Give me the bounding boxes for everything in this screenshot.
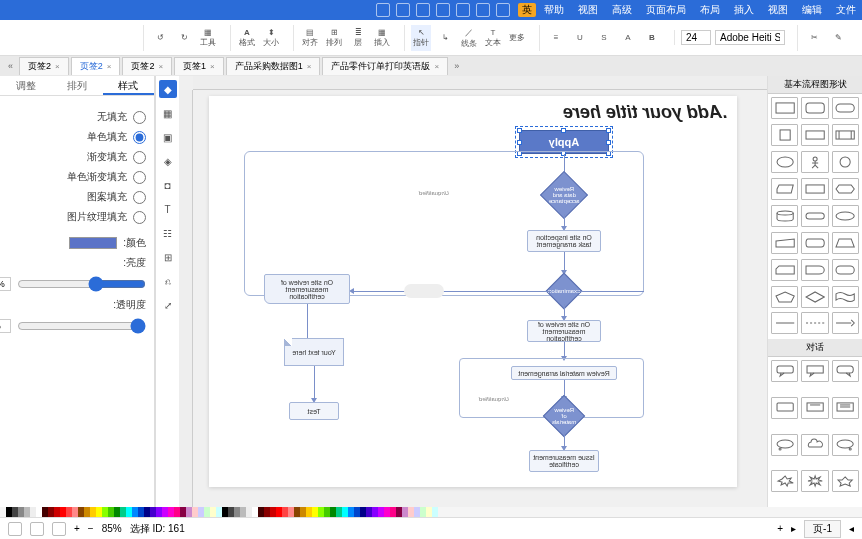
tools-button[interactable]: ▦工具 [198, 25, 218, 51]
rail-expand-icon[interactable]: ⤢ [159, 296, 177, 314]
shape-dashline[interactable] [801, 312, 828, 334]
fill-option-picture[interactable]: 图片纹理填充 [8, 210, 146, 224]
node-test[interactable]: Test [289, 402, 339, 420]
rail-layers-icon[interactable]: ◈ [159, 152, 177, 170]
shape-trapezoid[interactable] [832, 232, 859, 254]
shape-hex[interactable] [832, 178, 859, 200]
shape-roundrect[interactable] [801, 97, 828, 119]
connector[interactable] [577, 291, 644, 292]
close-icon[interactable]: × [307, 62, 312, 71]
tabs-collapse-icon[interactable]: » [4, 61, 17, 71]
underline-button[interactable]: U [570, 25, 590, 51]
grid-icon[interactable] [8, 522, 22, 536]
node-issue-cert[interactable]: Issue measurement certificate [529, 450, 599, 472]
bold-button[interactable]: B [642, 25, 662, 51]
fill-option-none[interactable]: 无填充 [8, 110, 146, 124]
shape-database[interactable] [771, 205, 798, 227]
close-icon[interactable]: × [107, 62, 112, 71]
eyedropper-icon[interactable]: ✎ [828, 25, 848, 51]
line-tool[interactable]: ／线条 [459, 25, 479, 51]
shape-callout[interactable] [771, 360, 798, 382]
zoom-level[interactable]: 85% [102, 523, 122, 534]
win-icon[interactable] [456, 3, 470, 17]
shape-circle[interactable] [832, 151, 859, 173]
shape-manual[interactable] [771, 232, 798, 254]
insert-button[interactable]: ▦插入 [372, 25, 392, 51]
undo-button[interactable]: ↺ [150, 25, 170, 51]
win-icon[interactable] [476, 3, 490, 17]
fill-option-solid[interactable]: 单色填充 [8, 130, 146, 144]
page-nav-next[interactable]: ▸ [791, 523, 796, 534]
menu-insert[interactable]: 插入 [734, 3, 754, 17]
shape-decision[interactable] [771, 178, 798, 200]
win-icon[interactable] [376, 3, 390, 17]
shape-rect2[interactable] [801, 124, 828, 146]
shape-process[interactable] [801, 178, 828, 200]
shape-tape[interactable] [832, 286, 859, 308]
shape-predefined[interactable] [832, 124, 859, 146]
rail-image-icon[interactable]: ▣ [159, 128, 177, 146]
connector[interactable] [314, 366, 315, 400]
shape-terminator2[interactable] [801, 205, 828, 227]
strike-button[interactable]: S [594, 25, 614, 51]
palette-swatch[interactable] [432, 507, 438, 517]
shape-display[interactable] [801, 232, 828, 254]
shape-section-header2[interactable]: 对话 [768, 339, 862, 357]
shape-card[interactable] [771, 259, 798, 281]
shape-terminator[interactable] [832, 97, 859, 119]
font-color-button[interactable]: A [618, 25, 638, 51]
shape-ellipse2[interactable] [832, 205, 859, 227]
close-icon[interactable]: × [434, 62, 439, 71]
page-title[interactable]: Add your title here. [563, 102, 727, 123]
doc-tab[interactable]: ×产品采购数据图1 [226, 57, 321, 75]
connector[interactable] [307, 304, 308, 338]
shape-callout3[interactable] [832, 360, 859, 382]
node-note[interactable]: Your text here [284, 338, 344, 366]
rail-grid-icon[interactable]: ▦ [159, 104, 177, 122]
palette-strip[interactable] [6, 507, 856, 517]
zoom-in-icon[interactable]: + [74, 523, 80, 534]
menu-page[interactable]: 页面布局 [646, 3, 686, 17]
connector-tool[interactable]: ↳ [435, 25, 455, 51]
pointer-tool[interactable]: ↖指针 [411, 25, 431, 51]
rail-link-icon[interactable]: ⎌ [159, 272, 177, 290]
menu-edit[interactable]: 编辑 [802, 3, 822, 17]
shape-burst2[interactable] [801, 470, 828, 492]
node-onsite-review-left[interactable]: On site review of measurement certificat… [264, 274, 350, 304]
shape-pentagon[interactable] [771, 286, 798, 308]
node-review-material[interactable]: Review material arrangement [511, 366, 617, 380]
page-tab[interactable]: 页-1 [804, 520, 841, 538]
props-tab-style[interactable]: 样式 [103, 76, 154, 95]
shape-callout5[interactable] [801, 397, 828, 419]
page-surface[interactable]: Add your title here. Apply Review data a… [209, 96, 737, 487]
node-onsite-task[interactable]: On site inspection task arrangement [527, 230, 601, 252]
menu-layout[interactable]: 布局 [700, 3, 720, 17]
shape-callout4[interactable] [771, 397, 798, 419]
shape-square[interactable] [771, 124, 798, 146]
shape-callout6[interactable] [832, 397, 859, 419]
fullscreen-icon[interactable] [30, 522, 44, 536]
shape-cloud[interactable] [801, 434, 828, 456]
shape-burst[interactable] [771, 470, 798, 492]
shape-rect[interactable] [771, 97, 798, 119]
transparency-slider[interactable] [17, 318, 146, 334]
align-button[interactable]: ▤对齐 [300, 25, 320, 51]
menu-view2[interactable]: 视图 [578, 3, 598, 17]
connector[interactable] [351, 291, 551, 292]
arrange-button[interactable]: ⊞排列 [324, 25, 344, 51]
more-button[interactable]: 更多 [507, 25, 527, 51]
menu-file[interactable]: 文件 [836, 3, 856, 17]
font-size-select[interactable] [681, 30, 711, 45]
shape-actor[interactable] [801, 151, 828, 173]
page-add[interactable]: + [777, 523, 783, 534]
shape-thought[interactable] [771, 434, 798, 456]
fill-option-gradient[interactable]: 渐变填充 [8, 150, 146, 164]
close-icon[interactable]: × [55, 62, 60, 71]
page-nav-prev[interactable]: ◂ [849, 523, 854, 534]
brightness-value[interactable] [0, 277, 11, 291]
layer-button[interactable]: ≣层 [348, 25, 368, 51]
shape-section-header[interactable]: 基本流程图形状 [768, 76, 862, 94]
text-tool[interactable]: T文本 [483, 25, 503, 51]
doc-tab[interactable]: ×页签2 [122, 57, 172, 75]
scissors-icon[interactable]: ✂ [804, 25, 824, 51]
